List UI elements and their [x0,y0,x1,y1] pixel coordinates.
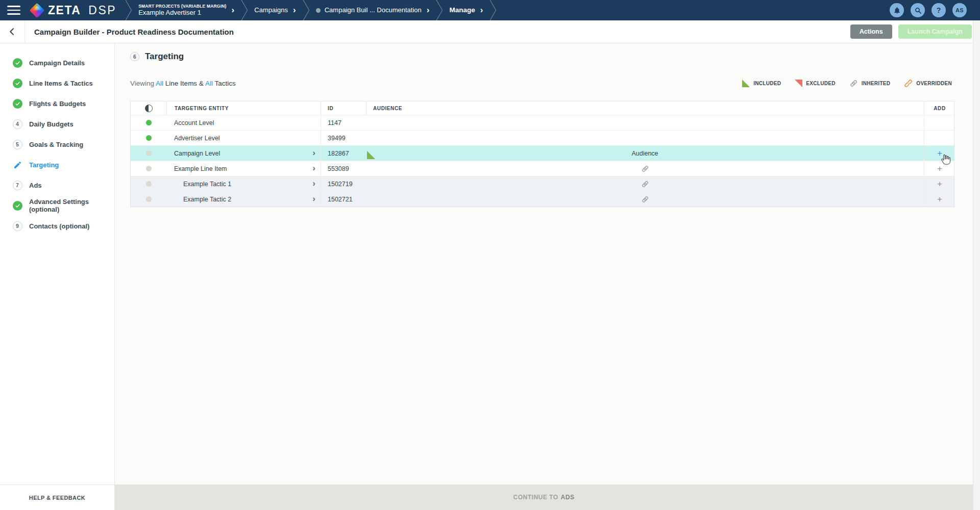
sidebar-item[interactable]: 9 Contacts (optional) [0,216,114,236]
breadcrumb-item[interactable]: Campaign Buil ... Documentation › [316,6,430,15]
inherited-chain-icon [849,79,858,88]
main-content: 6 Targeting Viewing All Line Items & All… [115,43,973,510]
add-targeting-button[interactable]: + [937,195,942,203]
sidebar-item-label: Line Items & Tactics [29,80,93,87]
zeta-diamond-icon [30,3,45,18]
sidebar-item-label: Campaign Details [29,59,85,67]
inherited-chain-icon [641,165,649,173]
entity-id: 1147 [328,119,341,126]
top-navigation-bar: ZETA DSP SMART PROJECTS (VARIABLE MARGIN… [0,0,980,20]
add-targeting-button[interactable]: + [937,180,942,188]
breadcrumb-item[interactable]: Campaigns › [254,6,296,15]
breadcrumb-divider-icon [302,0,310,20]
row-status-dot [146,120,152,125]
table-row[interactable]: Account Level 1147 [131,115,954,130]
entity-id: 1502721 [328,196,353,203]
table-row[interactable]: Example Tactic 2 › 1502721 + [131,191,954,207]
user-avatar[interactable]: AS [952,3,967,17]
table-row[interactable]: Example Tactic 1 › 1502719 + [131,176,954,191]
search-icon[interactable] [911,3,925,17]
breadcrumb-divider-icon [435,0,443,20]
launch-campaign-button[interactable]: Launch Campaign [898,24,972,39]
section-step-badge: 6 [130,52,139,61]
sidebar-item[interactable]: Targeting [0,155,114,175]
column-header-add: ADD [934,106,945,111]
filter-all-tactics-link[interactable]: All [205,80,213,87]
sidebar-item-label: Targeting [29,161,59,169]
add-targeting-button[interactable]: + [937,149,942,158]
expand-chevron-icon[interactable]: › [312,164,315,172]
entity-id: 182867 [328,150,349,157]
breadcrumb-eyebrow: SMART PROJECTS (VARIABLE MARGIN) [138,4,226,9]
sidebar-item[interactable]: 5 Goals & Tracking [0,134,114,155]
back-button[interactable] [0,20,25,43]
expand-chevron-icon[interactable]: › [312,194,315,203]
hamburger-menu-icon[interactable] [7,6,20,15]
breadcrumb: SMART PROJECTS (VARIABLE MARGIN) Example… [118,0,503,20]
breadcrumb-label: Manage [449,6,475,15]
sidebar-item-label: Contacts (optional) [29,222,89,230]
half-circle-contrast-icon[interactable] [145,105,153,112]
zeta-dsp-logo[interactable]: ZETA DSP [32,4,116,17]
sidebar-item-label: Flights & Budgets [29,100,86,108]
inherited-chain-icon [641,180,649,188]
breadcrumb-divider-icon [489,0,497,20]
breadcrumb-item[interactable]: SMART PROJECTS (VARIABLE MARGIN) Example… [138,4,234,17]
breadcrumb-divider-icon [125,0,132,20]
topbar-icon-group: ? AS [890,3,967,17]
section-title: Targeting [145,52,184,62]
entity-id: 553089 [328,165,349,172]
sidebar-item-label: Daily Budgets [29,120,74,128]
step-number-badge: 4 [13,119,22,129]
chevron-left-icon [7,27,17,37]
sidebar-item[interactable]: Line Items & Tactics [0,73,114,93]
sidebar-item[interactable]: Campaign Details [0,53,114,73]
legend-item: EXCLUDED [795,80,835,87]
check-icon [13,201,22,211]
chevron-right-icon: › [293,6,296,14]
status-dot-icon [316,8,321,13]
viewing-filter-text: Viewing All Line Items & All Tactics [130,80,236,87]
table-header-row: TARGETING ENTITY ID AUDIENCE ADD [131,101,954,115]
page-header: Campaign Builder - Product Readiness Doc… [0,20,980,43]
sidebar-item[interactable]: Flights & Budgets [0,93,114,114]
targeting-entity-name: Campaign Level [174,150,220,157]
inherited-chain-icon [641,195,649,203]
logo-text-dsp: DSP [88,4,116,17]
breadcrumb-divider-icon [240,0,248,20]
breadcrumb-label: Campaign Buil ... Documentation [325,6,422,14]
sidebar-item-label: Ads [29,182,42,189]
sidebar-item[interactable]: Advanced Settings (optional) [0,195,114,216]
targeting-table: TARGETING ENTITY ID AUDIENCE ADD Account… [130,101,954,207]
step-number-badge: 7 [13,181,22,190]
breadcrumb-item[interactable]: Manage › [449,6,483,15]
chevron-right-icon: › [427,6,430,14]
chevron-right-icon: › [480,6,483,14]
included-corner-icon [367,151,375,159]
actions-button[interactable]: Actions [850,24,892,39]
expand-chevron-icon[interactable]: › [312,148,315,157]
continue-target: ADS [561,494,575,501]
page-title: Campaign Builder - Product Readiness Doc… [34,28,234,36]
legend-label: EXCLUDED [806,81,835,86]
pencil-icon [13,161,22,169]
column-header-targeting-entity: TARGETING ENTITY [175,106,229,111]
logo-text-zeta: ZETA [48,4,81,17]
legend-label: INCLUDED [753,81,781,86]
table-row[interactable]: Advertiser Level 39499 [131,130,954,145]
help-feedback-button[interactable]: HELP & FEEDBACK [0,484,114,510]
scrollbar-track[interactable] [973,20,980,510]
legend-item: OVERRIDDEN [904,79,952,88]
sidebar-item[interactable]: 7 Ads [0,175,114,195]
add-targeting-button[interactable]: + [937,164,942,173]
expand-chevron-icon[interactable]: › [312,179,315,188]
table-row[interactable]: Example Line Item › 553089 + [131,161,954,176]
table-row[interactable]: Campaign Level › 182867 Audience + [131,145,954,161]
excluded-triangle-icon [795,80,802,87]
breadcrumb-label: Campaigns [254,6,288,14]
continue-to-ads-button[interactable]: CONTINUE TO ADS [115,484,973,510]
notifications-bell-icon[interactable] [890,3,904,17]
filter-all-line-items-link[interactable]: All [156,80,163,87]
sidebar-item[interactable]: 4 Daily Budgets [0,114,114,134]
help-icon[interactable]: ? [932,3,946,17]
